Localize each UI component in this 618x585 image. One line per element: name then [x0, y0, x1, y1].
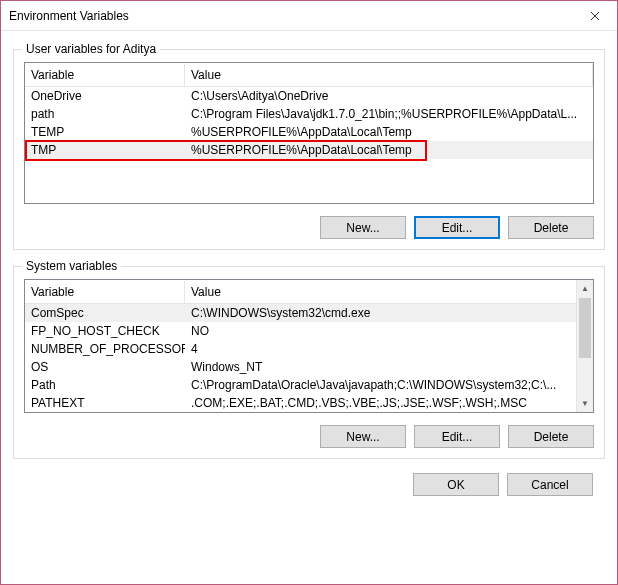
scroll-down-icon[interactable]: ▼	[577, 395, 593, 412]
col-value[interactable]: Value	[185, 64, 593, 86]
col-value[interactable]: Value	[185, 281, 593, 303]
cell-variable: TMP	[25, 142, 185, 158]
col-variable[interactable]: Variable	[25, 64, 185, 86]
cell-value: %USERPROFILE%\AppData\Local\Temp	[185, 142, 593, 158]
cell-variable: ComSpec	[25, 305, 185, 321]
cell-variable: NUMBER_OF_PROCESSORS	[25, 341, 185, 357]
system-vars-group: System variables Variable Value ComSpecC…	[13, 266, 605, 459]
cell-value: 4	[185, 341, 576, 357]
user-delete-button[interactable]: Delete	[508, 216, 594, 239]
cell-value: C:\Users\Aditya\OneDrive	[185, 88, 593, 104]
close-button[interactable]	[572, 1, 617, 30]
cell-variable: OneDrive	[25, 88, 185, 104]
table-row[interactable]: PROCESSOR_ARCHITECTUREAMD64	[25, 412, 576, 413]
user-edit-button[interactable]: Edit...	[414, 216, 500, 239]
titlebar[interactable]: Environment Variables	[1, 1, 617, 31]
cancel-button[interactable]: Cancel	[507, 473, 593, 496]
col-variable[interactable]: Variable	[25, 281, 185, 303]
scrollbar[interactable]: ▲ ▼	[576, 280, 593, 412]
table-row[interactable]: TMP%USERPROFILE%\AppData\Local\Temp	[25, 141, 593, 159]
cell-variable: path	[25, 106, 185, 122]
system-vars-list[interactable]: Variable Value ComSpecC:\WINDOWS\system3…	[24, 279, 594, 413]
table-row[interactable]: TEMP%USERPROFILE%\AppData\Local\Temp	[25, 123, 593, 141]
system-buttons: New... Edit... Delete	[24, 425, 594, 448]
cell-value: C:\WINDOWS\system32\cmd.exe	[185, 305, 576, 321]
system-new-button[interactable]: New...	[320, 425, 406, 448]
env-vars-dialog: Environment Variables User variables for…	[0, 0, 618, 585]
scroll-up-icon[interactable]: ▲	[577, 280, 593, 297]
user-vars-group: User variables for Aditya Variable Value…	[13, 49, 605, 250]
dialog-content: User variables for Aditya Variable Value…	[1, 31, 617, 584]
user-new-button[interactable]: New...	[320, 216, 406, 239]
window-title: Environment Variables	[9, 9, 572, 23]
table-row[interactable]: OneDriveC:\Users\Aditya\OneDrive	[25, 87, 593, 105]
cell-variable: OS	[25, 359, 185, 375]
table-row[interactable]: NUMBER_OF_PROCESSORS4	[25, 340, 576, 358]
cell-variable: PATHEXT	[25, 395, 185, 411]
table-row[interactable]: FP_NO_HOST_CHECKNO	[25, 322, 576, 340]
table-row[interactable]: ComSpecC:\WINDOWS\system32\cmd.exe	[25, 304, 576, 322]
system-vars-legend: System variables	[22, 259, 121, 273]
user-buttons: New... Edit... Delete	[24, 216, 594, 239]
cell-value: Windows_NT	[185, 359, 576, 375]
cell-value: C:\ProgramData\Oracle\Java\javapath;C:\W…	[185, 377, 576, 393]
cell-variable: TEMP	[25, 124, 185, 140]
table-row[interactable]: PathC:\ProgramData\Oracle\Java\javapath;…	[25, 376, 576, 394]
cell-value: NO	[185, 323, 576, 339]
user-vars-legend: User variables for Aditya	[22, 42, 160, 56]
table-row[interactable]: pathC:\Program Files\Java\jdk1.7.0_21\bi…	[25, 105, 593, 123]
system-delete-button[interactable]: Delete	[508, 425, 594, 448]
cell-value: .COM;.EXE;.BAT;.CMD;.VBS;.VBE;.JS;.JSE;.…	[185, 395, 576, 411]
system-edit-button[interactable]: Edit...	[414, 425, 500, 448]
list-header: Variable Value	[25, 63, 593, 87]
cell-variable: Path	[25, 377, 185, 393]
cell-value: %USERPROFILE%\AppData\Local\Temp	[185, 124, 593, 140]
ok-button[interactable]: OK	[413, 473, 499, 496]
cell-variable: FP_NO_HOST_CHECK	[25, 323, 185, 339]
table-row[interactable]: PATHEXT.COM;.EXE;.BAT;.CMD;.VBS;.VBE;.JS…	[25, 394, 576, 412]
table-row[interactable]: OSWindows_NT	[25, 358, 576, 376]
user-vars-list[interactable]: Variable Value OneDriveC:\Users\Aditya\O…	[24, 62, 594, 204]
cell-value: C:\Program Files\Java\jdk1.7.0_21\bin;;%…	[185, 106, 593, 122]
list-header: Variable Value	[25, 280, 593, 304]
scroll-thumb[interactable]	[579, 298, 591, 358]
dialog-buttons: OK Cancel	[13, 459, 605, 496]
close-icon	[590, 11, 600, 21]
